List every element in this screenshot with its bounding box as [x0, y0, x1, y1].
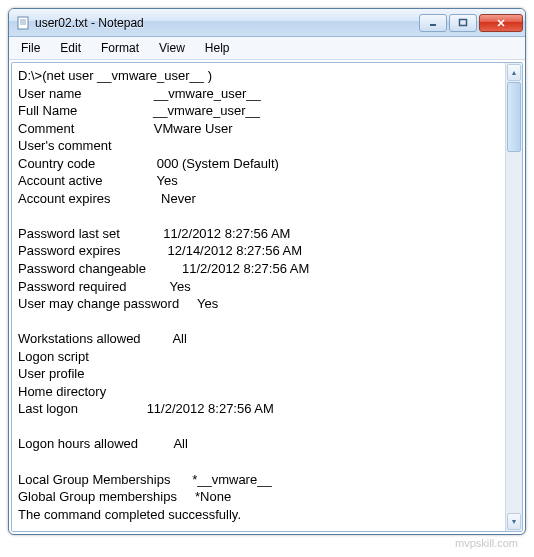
editor-area: D:\>(net user __vmware_user__ ) User nam…: [11, 62, 523, 532]
close-button[interactable]: [479, 14, 523, 32]
completed-line: The command completed successfully.: [18, 507, 241, 522]
scroll-thumb[interactable]: [507, 82, 521, 152]
menu-view[interactable]: View: [151, 39, 193, 57]
titlebar[interactable]: user02.txt - Notepad: [9, 9, 525, 37]
pw-req-label: Password required: [18, 279, 126, 294]
hours-label: Logon hours allowed: [18, 436, 138, 451]
notepad-icon: [15, 15, 31, 31]
logon-script-label: Logon script: [18, 349, 89, 364]
minimize-button[interactable]: [419, 14, 447, 32]
maximize-button[interactable]: [449, 14, 477, 32]
home-dir-label: Home directory: [18, 384, 106, 399]
text-content[interactable]: D:\>(net user __vmware_user__ ) User nam…: [12, 63, 505, 531]
pw-chg-label: Password changeable: [18, 261, 146, 276]
pw-set-value: 11/2/2012 8:27:56 AM: [163, 226, 290, 241]
menu-file[interactable]: File: [13, 39, 48, 57]
full-name-value: __vmware_user__: [153, 103, 260, 118]
expires-value: Never: [161, 191, 196, 206]
full-name-label: Full Name: [18, 103, 77, 118]
watermark: mvpskill.com: [8, 535, 526, 549]
comment-label: Comment: [18, 121, 74, 136]
menu-format[interactable]: Format: [93, 39, 147, 57]
menu-help[interactable]: Help: [197, 39, 238, 57]
scroll-track[interactable]: [507, 82, 521, 512]
pw-set-label: Password last set: [18, 226, 120, 241]
vertical-scrollbar[interactable]: ▴ ▾: [505, 63, 522, 531]
expires-label: Account expires: [18, 191, 111, 206]
svg-rect-5: [460, 19, 467, 25]
global-grp-label: Global Group memberships: [18, 489, 177, 504]
country-label: Country code: [18, 156, 95, 171]
notepad-window: user02.txt - Notepad File Edit Format Vi…: [8, 8, 526, 535]
scroll-up-button[interactable]: ▴: [507, 64, 521, 81]
country-value: 000 (System Default): [157, 156, 279, 171]
global-grp-value: *None: [195, 489, 231, 504]
last-logon-label: Last logon: [18, 401, 78, 416]
local-grp-value: *__vmware__: [192, 472, 272, 487]
pw-req-value: Yes: [170, 279, 191, 294]
window-controls: [417, 14, 523, 32]
pw-chg-value: 11/2/2012 8:27:56 AM: [182, 261, 309, 276]
user-name-label: User name: [18, 86, 82, 101]
local-grp-label: Local Group Memberships: [18, 472, 170, 487]
ws-value: All: [172, 331, 186, 346]
active-label: Account active: [18, 173, 103, 188]
cmd-line: D:\>(net user __vmware_user__ ): [18, 68, 212, 83]
user-profile-label: User profile: [18, 366, 84, 381]
users-comment-label: User's comment: [18, 138, 112, 153]
pw-exp-label: Password expires: [18, 243, 121, 258]
comment-value: VMware User: [154, 121, 233, 136]
pw-exp-value: 12/14/2012 8:27:56 AM: [168, 243, 302, 258]
pw-may-label: User may change password: [18, 296, 179, 311]
menubar: File Edit Format View Help: [9, 37, 525, 60]
window-title: user02.txt - Notepad: [35, 16, 417, 30]
menu-edit[interactable]: Edit: [52, 39, 89, 57]
svg-rect-0: [18, 17, 28, 29]
user-name-value: __vmware_user__: [154, 86, 261, 101]
active-value: Yes: [157, 173, 178, 188]
pw-may-value: Yes: [197, 296, 218, 311]
last-logon-value: 11/2/2012 8:27:56 AM: [147, 401, 274, 416]
ws-label: Workstations allowed: [18, 331, 141, 346]
scroll-down-button[interactable]: ▾: [507, 513, 521, 530]
hours-value: All: [173, 436, 187, 451]
